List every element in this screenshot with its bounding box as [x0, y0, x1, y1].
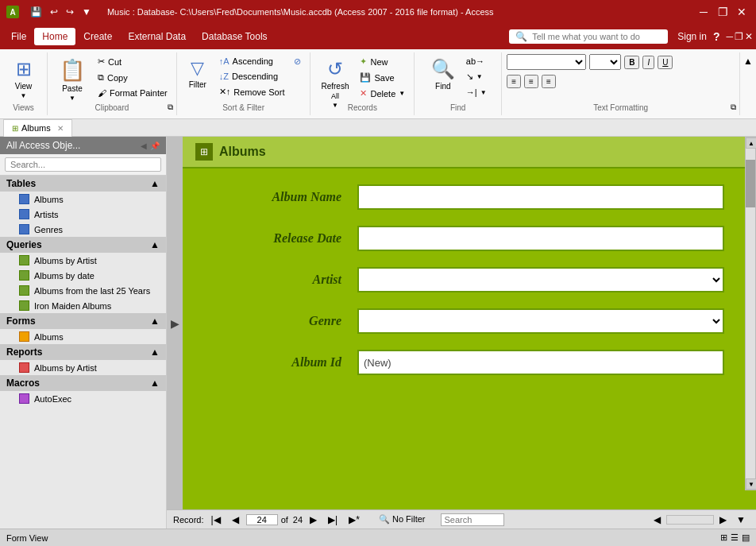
scroll-down-nav-btn[interactable]: ▼: [732, 513, 750, 527]
collapse-ribbon-button[interactable]: ▲: [740, 52, 756, 70]
genre-select[interactable]: [357, 308, 724, 334]
restore-btn[interactable]: ❐: [715, 4, 731, 20]
macros-section-header[interactable]: Macros ▲: [0, 375, 166, 391]
ribbon-group-find: 🔍 Find ab→ ↘ ▼ →| ▼ Find: [415, 52, 502, 115]
vertical-scrollbar[interactable]: ▲ ▼: [745, 137, 756, 490]
menu-search-input[interactable]: [532, 32, 662, 41]
status-view-btn1[interactable]: ⊞: [720, 532, 727, 543]
menu-external-data[interactable]: External Data: [120, 28, 194, 45]
sidebar-collapse-icon[interactable]: ◀: [141, 141, 147, 150]
scroll-left-btn[interactable]: ◀: [650, 513, 665, 527]
filter-button[interactable]: ▽ Filter: [182, 54, 214, 93]
save-record-button[interactable]: 💾 Save: [356, 70, 409, 85]
new-record-button[interactable]: ✦ New: [356, 54, 409, 69]
ascending-button[interactable]: ↑A Ascending: [215, 54, 289, 68]
ribbon-close[interactable]: ✕: [745, 31, 753, 42]
scroll-up-arrow[interactable]: ▲: [746, 137, 756, 149]
sidebar-item-albums-last-25-query[interactable]: Albums from the last 25 Years: [0, 283, 166, 298]
sidebar-item-genres-table[interactable]: Genres: [0, 222, 166, 237]
customize-btn[interactable]: ▼: [79, 5, 94, 19]
menu-file[interactable]: File: [3, 28, 34, 45]
align-left-button[interactable]: ≡: [507, 75, 521, 88]
sidebar-item-albums-form[interactable]: Albums: [0, 329, 166, 344]
record-number-input[interactable]: [246, 514, 278, 525]
signin-button[interactable]: Sign in: [677, 31, 707, 42]
new-record-nav-btn[interactable]: ▶*: [345, 513, 364, 527]
scrollbar-thumb[interactable]: [746, 160, 755, 207]
tables-section-header[interactable]: Tables ▲: [0, 176, 166, 192]
last-record-btn[interactable]: ▶|: [324, 513, 341, 527]
forms-section-header[interactable]: Forms ▲: [0, 313, 166, 329]
sidebar-item-albums-by-artist-query[interactable]: Albums by Artist: [0, 253, 166, 268]
ribbon-minimize[interactable]: ─: [726, 31, 733, 42]
clipboard-group-label: Clipboard: [48, 103, 176, 112]
remove-sort-button[interactable]: ✕↑ Remove Sort: [215, 84, 289, 99]
text-formatting-expand-icon[interactable]: ⧉: [731, 103, 736, 112]
sidebar-pin-icon[interactable]: 📌: [150, 141, 160, 150]
underline-button[interactable]: U: [658, 56, 673, 69]
goto-button[interactable]: →| ▼: [462, 85, 491, 99]
queries-section-header[interactable]: Queries ▲: [0, 237, 166, 253]
bold-button[interactable]: B: [624, 56, 639, 69]
forms-collapse-icon: ▲: [150, 316, 160, 327]
align-right-button[interactable]: ≡: [542, 75, 556, 88]
scroll-down-arrow[interactable]: ▼: [746, 478, 756, 490]
ribbon-group-clipboard: 📋 Paste ▼ ✂ Cut ⧉ Copy 🖌 Format Painter: [48, 52, 177, 115]
redo-btn[interactable]: ↪: [63, 5, 77, 19]
help-button[interactable]: ?: [713, 30, 720, 43]
paste-button[interactable]: 📋 Paste ▼: [52, 54, 92, 106]
menu-create[interactable]: Create: [75, 28, 120, 45]
search-icon: 🔍: [515, 31, 527, 42]
save-quick-btn[interactable]: 💾: [27, 5, 45, 19]
undo-btn[interactable]: ↩: [47, 5, 61, 19]
sidebar-item-albums-table[interactable]: Albums: [0, 192, 166, 207]
artist-row: Artist: [214, 267, 724, 292]
sidebar-item-iron-maiden-query[interactable]: Iron Maiden Albums: [0, 298, 166, 313]
descending-button[interactable]: ↓Z Descending: [215, 69, 289, 83]
prev-record-btn[interactable]: ◀: [228, 513, 243, 527]
paste-icon: 📋: [60, 58, 85, 83]
first-record-btn[interactable]: |◀: [207, 513, 225, 527]
status-view-btn2[interactable]: ☰: [731, 532, 739, 543]
form-header-icon: ⊞: [195, 143, 213, 161]
font-family-select[interactable]: [507, 54, 586, 70]
sidebar-search-input[interactable]: [5, 157, 161, 172]
tab-label: Albums: [21, 123, 51, 133]
toggle-filter-button[interactable]: ⊘: [290, 54, 305, 69]
close-btn[interactable]: ✕: [734, 4, 750, 20]
font-size-select[interactable]: [589, 54, 621, 70]
format-painter-button[interactable]: 🖌 Format Painter: [94, 86, 172, 100]
horizontal-scrollbar-track[interactable]: [666, 515, 714, 525]
replace-button[interactable]: ab→: [462, 54, 491, 68]
reports-section-header[interactable]: Reports ▲: [0, 344, 166, 360]
scroll-right-btn[interactable]: ▶: [716, 513, 731, 527]
album-name-input[interactable]: [357, 184, 724, 210]
sidebar-item-albums-by-artist-report[interactable]: Albums by Artist: [0, 360, 166, 375]
find-button[interactable]: 🔍 Find: [426, 54, 461, 95]
menu-home[interactable]: Home: [34, 28, 75, 45]
menu-search-box[interactable]: 🔍: [509, 29, 668, 44]
ribbon-restore[interactable]: ❐: [735, 31, 743, 42]
italic-button[interactable]: I: [642, 56, 654, 69]
record-nav-arrow[interactable]: ▶: [167, 137, 183, 509]
cut-button[interactable]: ✂ Cut: [94, 54, 172, 69]
sidebar-item-autoexec-macro[interactable]: AutoExec: [0, 391, 166, 406]
release-date-input[interactable]: [357, 226, 724, 251]
menu-database-tools[interactable]: Database Tools: [194, 28, 276, 45]
select-button[interactable]: ↘ ▼: [462, 69, 491, 84]
delete-record-button[interactable]: ✕ Delete ▼: [356, 86, 409, 101]
form-title: Albums: [219, 145, 266, 159]
clipboard-expand-icon[interactable]: ⧉: [168, 103, 173, 112]
record-search-input[interactable]: [441, 513, 504, 526]
view-button[interactable]: ⊞ View ▼: [8, 54, 40, 103]
minimize-btn[interactable]: ─: [696, 4, 712, 20]
align-center-button[interactable]: ≡: [524, 75, 538, 88]
sidebar-item-albums-by-date-query[interactable]: Albums by date: [0, 268, 166, 283]
copy-button[interactable]: ⧉ Copy: [94, 70, 172, 85]
artist-select[interactable]: [357, 267, 724, 292]
next-record-btn[interactable]: ▶: [306, 513, 321, 527]
no-filter-btn[interactable]: 🔍 No Filter: [373, 513, 431, 526]
status-view-btn3[interactable]: ▤: [742, 532, 750, 543]
find-group-label: Find: [415, 103, 501, 112]
sidebar-item-artists-table[interactable]: Artists: [0, 207, 166, 222]
